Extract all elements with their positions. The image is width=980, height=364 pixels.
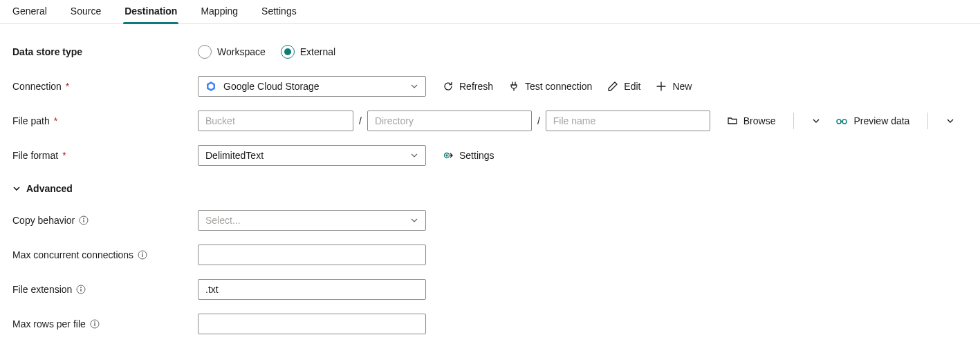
plug-icon — [508, 81, 519, 92]
path-separator: / — [353, 115, 367, 126]
glasses-icon — [835, 115, 848, 126]
divider — [927, 113, 928, 129]
refresh-label: Refresh — [459, 81, 493, 92]
browse-label: Browse — [743, 115, 776, 126]
svg-point-1 — [842, 119, 847, 124]
chevron-down-icon — [12, 184, 21, 193]
radio-external-label: External — [300, 46, 335, 57]
data-store-type-radiogroup: Workspace External — [198, 45, 335, 59]
info-icon[interactable] — [90, 319, 100, 329]
preview-dropdown[interactable] — [946, 117, 954, 125]
browse-dropdown[interactable] — [812, 117, 820, 125]
format-settings-label: Settings — [459, 150, 494, 161]
info-icon[interactable] — [76, 285, 86, 294]
preview-data-button[interactable]: Preview data — [835, 115, 909, 126]
required-indicator: * — [54, 115, 57, 126]
refresh-button[interactable]: Refresh — [443, 81, 493, 92]
bucket-input[interactable] — [198, 111, 353, 131]
chevron-down-icon — [410, 216, 418, 224]
chevron-down-icon — [410, 151, 418, 160]
label-max-rows-per-file: Max rows per file — [12, 318, 86, 329]
test-connection-label: Test connection — [525, 81, 592, 92]
label-copy-behavior: Copy behavior — [12, 215, 75, 226]
svg-point-2 — [445, 153, 450, 158]
label-connection: Connection — [12, 81, 62, 92]
file-extension-input[interactable] — [198, 279, 426, 300]
required-indicator: * — [66, 81, 69, 92]
svg-rect-9 — [142, 254, 142, 257]
file-format-select[interactable]: DelimitedText — [198, 145, 426, 166]
advanced-toggle[interactable]: Advanced — [12, 179, 980, 194]
path-separator: / — [532, 115, 546, 126]
chevron-down-icon — [812, 117, 820, 125]
svg-rect-6 — [84, 220, 84, 222]
gear-arrow-icon — [443, 150, 454, 161]
svg-point-14 — [94, 321, 95, 323]
svg-point-8 — [142, 252, 143, 253]
required-indicator: * — [62, 150, 66, 161]
divider — [793, 113, 794, 129]
tabs-bar: General Source Destination Mapping Setti… — [0, 0, 980, 24]
tab-general[interactable]: General — [12, 6, 47, 23]
svg-point-3 — [446, 155, 447, 156]
radio-icon — [281, 45, 295, 59]
svg-rect-12 — [81, 289, 82, 291]
max-rows-input[interactable] — [198, 314, 426, 334]
radio-external[interactable]: External — [281, 45, 335, 59]
connection-value: Google Cloud Storage — [223, 81, 320, 92]
radio-workspace[interactable]: Workspace — [198, 45, 266, 59]
svg-point-5 — [83, 218, 84, 219]
tab-mapping[interactable]: Mapping — [201, 6, 238, 23]
label-file-extension: File extension — [12, 284, 72, 295]
new-label: New — [672, 81, 692, 92]
new-button[interactable]: New — [656, 81, 692, 92]
advanced-label: Advanced — [26, 183, 73, 194]
tab-destination[interactable]: Destination — [124, 6, 177, 23]
pencil-icon — [607, 81, 618, 92]
info-icon[interactable] — [138, 250, 147, 260]
filename-input[interactable] — [546, 111, 710, 131]
test-connection-button[interactable]: Test connection — [508, 81, 592, 92]
copy-behavior-placeholder: Select... — [205, 215, 241, 226]
connection-select[interactable]: Google Cloud Storage — [198, 76, 426, 97]
info-icon[interactable] — [79, 215, 89, 225]
radio-icon — [198, 45, 212, 59]
refresh-icon — [443, 81, 454, 92]
svg-point-0 — [837, 119, 841, 124]
label-file-format: File format — [12, 150, 58, 161]
tab-source[interactable]: Source — [71, 6, 101, 23]
plus-icon — [656, 81, 667, 92]
radio-workspace-label: Workspace — [217, 46, 266, 57]
svg-point-11 — [80, 287, 82, 288]
svg-rect-15 — [94, 323, 95, 326]
max-concurrent-input[interactable] — [198, 245, 426, 265]
gcs-service-icon — [205, 81, 216, 92]
edit-button[interactable]: Edit — [607, 81, 640, 92]
label-max-concurrent: Max concurrent connections — [12, 249, 133, 260]
file-format-value: DelimitedText — [205, 150, 264, 161]
preview-data-label: Preview data — [853, 115, 909, 126]
chevron-down-icon — [946, 117, 954, 125]
copy-behavior-select[interactable]: Select... — [198, 210, 426, 231]
tab-settings[interactable]: Settings — [261, 6, 297, 23]
folder-icon — [727, 115, 738, 126]
format-settings-button[interactable]: Settings — [443, 150, 494, 161]
edit-label: Edit — [624, 81, 640, 92]
chevron-down-icon — [410, 82, 418, 90]
directory-input[interactable] — [367, 111, 532, 131]
browse-button[interactable]: Browse — [727, 115, 776, 126]
label-file-path: File path — [12, 115, 50, 126]
label-data-store-type: Data store type — [12, 46, 82, 57]
